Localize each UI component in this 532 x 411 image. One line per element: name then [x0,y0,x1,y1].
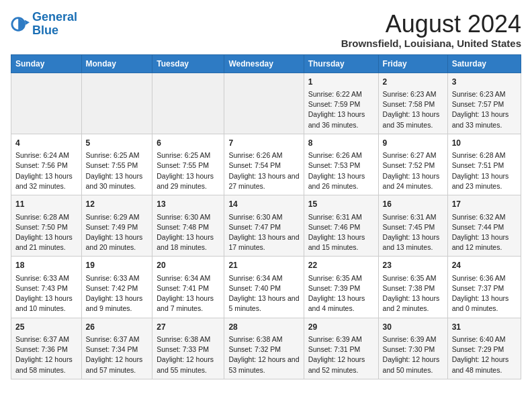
day-number: 16 [383,199,443,210]
day-detail: Sunrise: 6:35 AM Sunset: 7:38 PM Dayligh… [383,273,443,314]
col-header-tuesday: Tuesday [152,54,224,73]
day-detail: Sunrise: 6:30 AM Sunset: 7:47 PM Dayligh… [228,212,299,253]
logo-line1: General [32,10,77,24]
day-cell [224,73,304,134]
day-cell: 26Sunrise: 6:37 AM Sunset: 7:34 PM Dayli… [81,318,152,379]
day-number: 11 [15,199,77,210]
col-header-saturday: Saturday [447,54,521,73]
day-number: 7 [228,138,299,149]
day-cell: 10Sunrise: 6:28 AM Sunset: 7:51 PM Dayli… [447,134,521,195]
day-cell: 13Sunrise: 6:30 AM Sunset: 7:48 PM Dayli… [152,195,224,257]
day-number: 8 [308,138,374,149]
day-number: 5 [86,138,148,149]
col-header-friday: Friday [378,54,447,73]
day-detail: Sunrise: 6:37 AM Sunset: 7:34 PM Dayligh… [86,334,148,375]
day-detail: Sunrise: 6:31 AM Sunset: 7:46 PM Dayligh… [308,212,374,253]
day-number: 23 [383,260,443,271]
logo: General Blue [11,11,77,38]
day-number: 3 [452,77,517,88]
day-cell: 5Sunrise: 6:25 AM Sunset: 7:55 PM Daylig… [81,134,152,195]
day-detail: Sunrise: 6:33 AM Sunset: 7:43 PM Dayligh… [15,273,77,314]
day-number: 21 [228,260,299,271]
day-number: 29 [308,322,374,333]
day-detail: Sunrise: 6:25 AM Sunset: 7:55 PM Dayligh… [86,150,148,191]
day-cell: 30Sunrise: 6:39 AM Sunset: 7:30 PM Dayli… [378,318,447,379]
day-cell: 12Sunrise: 6:29 AM Sunset: 7:49 PM Dayli… [81,195,152,257]
day-detail: Sunrise: 6:34 AM Sunset: 7:40 PM Dayligh… [228,273,299,314]
day-cell: 3Sunrise: 6:23 AM Sunset: 7:57 PM Daylig… [447,73,521,134]
week-row-3: 11Sunrise: 6:28 AM Sunset: 7:50 PM Dayli… [11,195,521,257]
day-number: 4 [15,138,77,149]
day-cell: 15Sunrise: 6:31 AM Sunset: 7:46 PM Dayli… [304,195,378,257]
day-cell: 7Sunrise: 6:26 AM Sunset: 7:54 PM Daylig… [224,134,304,195]
day-number: 25 [15,322,77,333]
page-title: August 2024 [341,11,521,38]
day-number: 9 [383,138,443,149]
day-cell: 27Sunrise: 6:38 AM Sunset: 7:33 PM Dayli… [152,318,224,379]
day-detail: Sunrise: 6:36 AM Sunset: 7:37 PM Dayligh… [452,273,517,314]
day-detail: Sunrise: 6:32 AM Sunset: 7:44 PM Dayligh… [452,212,517,253]
day-cell: 2Sunrise: 6:23 AM Sunset: 7:58 PM Daylig… [378,73,447,134]
day-cell: 11Sunrise: 6:28 AM Sunset: 7:50 PM Dayli… [11,195,82,257]
day-cell [152,73,224,134]
day-number: 30 [383,322,443,333]
week-row-1: 1Sunrise: 6:22 AM Sunset: 7:59 PM Daylig… [11,73,521,134]
day-number: 24 [452,260,517,271]
day-detail: Sunrise: 6:39 AM Sunset: 7:30 PM Dayligh… [383,334,443,375]
header: General Blue August 2024 Brownsfield, Lo… [11,11,521,49]
day-detail: Sunrise: 6:28 AM Sunset: 7:50 PM Dayligh… [15,212,77,253]
day-detail: Sunrise: 6:31 AM Sunset: 7:45 PM Dayligh… [383,212,443,253]
col-header-wednesday: Wednesday [224,54,304,73]
title-area: August 2024 Brownsfield, Louisiana, Unit… [341,11,521,49]
day-detail: Sunrise: 6:38 AM Sunset: 7:32 PM Dayligh… [228,334,299,375]
day-number: 6 [157,138,220,149]
logo-line2: Blue [32,24,58,37]
day-detail: Sunrise: 6:30 AM Sunset: 7:48 PM Dayligh… [157,212,220,253]
day-cell: 22Sunrise: 6:35 AM Sunset: 7:39 PM Dayli… [304,257,378,318]
day-cell: 8Sunrise: 6:26 AM Sunset: 7:53 PM Daylig… [304,134,378,195]
day-number: 27 [157,322,220,333]
day-detail: Sunrise: 6:26 AM Sunset: 7:54 PM Dayligh… [228,150,299,191]
col-header-monday: Monday [81,54,152,73]
day-cell: 21Sunrise: 6:34 AM Sunset: 7:40 PM Dayli… [224,257,304,318]
day-detail: Sunrise: 6:28 AM Sunset: 7:51 PM Dayligh… [452,150,517,191]
week-row-2: 4Sunrise: 6:24 AM Sunset: 7:56 PM Daylig… [11,134,521,195]
logo-text: General Blue [32,11,77,38]
day-cell: 1Sunrise: 6:22 AM Sunset: 7:59 PM Daylig… [304,73,378,134]
day-cell: 14Sunrise: 6:30 AM Sunset: 7:47 PM Dayli… [224,195,304,257]
day-detail: Sunrise: 6:33 AM Sunset: 7:42 PM Dayligh… [86,273,148,314]
day-number: 31 [452,322,517,333]
day-cell: 4Sunrise: 6:24 AM Sunset: 7:56 PM Daylig… [11,134,82,195]
calendar-header-row: SundayMondayTuesdayWednesdayThursdayFrid… [11,54,521,73]
day-number: 13 [157,199,220,210]
day-number: 26 [86,322,148,333]
day-cell: 31Sunrise: 6:40 AM Sunset: 7:29 PM Dayli… [447,318,521,379]
day-number: 1 [308,77,374,88]
day-detail: Sunrise: 6:38 AM Sunset: 7:33 PM Dayligh… [157,334,220,375]
col-header-sunday: Sunday [11,54,82,73]
week-row-5: 25Sunrise: 6:37 AM Sunset: 7:36 PM Dayli… [11,318,521,379]
day-cell: 23Sunrise: 6:35 AM Sunset: 7:38 PM Dayli… [378,257,447,318]
day-detail: Sunrise: 6:23 AM Sunset: 7:57 PM Dayligh… [452,89,517,130]
day-number: 19 [86,260,148,271]
day-cell: 18Sunrise: 6:33 AM Sunset: 7:43 PM Dayli… [11,257,82,318]
day-detail: Sunrise: 6:24 AM Sunset: 7:56 PM Dayligh… [15,150,77,191]
day-number: 14 [228,199,299,210]
day-detail: Sunrise: 6:34 AM Sunset: 7:41 PM Dayligh… [157,273,220,314]
day-number: 10 [452,138,517,149]
logo-icon [11,15,30,34]
day-number: 22 [308,260,374,271]
day-number: 15 [308,199,374,210]
day-cell: 29Sunrise: 6:39 AM Sunset: 7:31 PM Dayli… [304,318,378,379]
day-cell: 16Sunrise: 6:31 AM Sunset: 7:45 PM Dayli… [378,195,447,257]
calendar-table: SundayMondayTuesdayWednesdayThursdayFrid… [11,54,521,379]
day-cell: 9Sunrise: 6:27 AM Sunset: 7:52 PM Daylig… [378,134,447,195]
page-subtitle: Brownsfield, Louisiana, United States [341,38,521,49]
day-detail: Sunrise: 6:40 AM Sunset: 7:29 PM Dayligh… [452,334,517,375]
day-detail: Sunrise: 6:35 AM Sunset: 7:39 PM Dayligh… [308,273,374,314]
day-detail: Sunrise: 6:39 AM Sunset: 7:31 PM Dayligh… [308,334,374,375]
day-number: 20 [157,260,220,271]
day-cell: 24Sunrise: 6:36 AM Sunset: 7:37 PM Dayli… [447,257,521,318]
day-number: 2 [383,77,443,88]
day-cell: 17Sunrise: 6:32 AM Sunset: 7:44 PM Dayli… [447,195,521,257]
